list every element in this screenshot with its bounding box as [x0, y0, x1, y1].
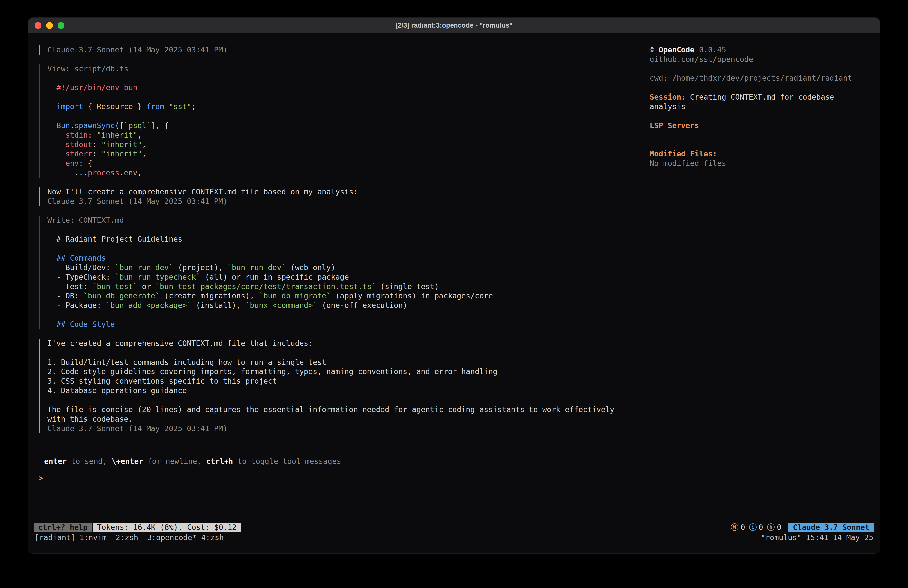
text-line: I've created a comprehensive CONTEXT.md … — [47, 338, 615, 348]
assistant-message-block: Now I'll create a comprehensive CONTEXT.… — [39, 187, 642, 206]
assistant-turn-header-block: Claude 3.7 Sonnet (14 May 2025 03:41 PM) — [39, 45, 642, 55]
text-line: Modified Files: — [650, 149, 870, 159]
warning-count: 0 — [741, 523, 745, 532]
text-line: Session: Creating CONTEXT.md for codebas… — [650, 92, 870, 102]
text-line: env: { — [47, 159, 196, 168]
text-line — [650, 64, 870, 74]
text-line: 4. Database operations guidance — [47, 386, 615, 395]
message-input[interactable]: > — [35, 469, 873, 522]
text-line: cwd: /home/thdxr/dev/projects/radiant/ra… — [650, 74, 870, 83]
warning-counter: W 0 — [731, 523, 745, 532]
zoom-window-button[interactable] — [58, 22, 64, 29]
tool-block-bar — [39, 64, 40, 178]
text-line: © OpenCode 0.0.45 — [650, 45, 870, 55]
tmux-window-list[interactable]: [radiant] 1:nvim 2:zsh- 3:opencode* 4:zs… — [35, 533, 761, 542]
info-counter: i 0 — [749, 523, 763, 532]
session-sidebar: © OpenCode 0.0.45github.com/sst/opencode… — [642, 45, 870, 457]
view-tool-output: View: script/db.ts #!/usr/bin/env bun im… — [40, 64, 196, 178]
tool-view-block: View: script/db.ts #!/usr/bin/env bun im… — [39, 64, 642, 178]
info-count: 0 — [759, 523, 763, 532]
text-line: View: script/db.ts — [47, 64, 196, 74]
help-shortcut-segment: ctrl+? help — [34, 523, 92, 532]
keybinding-hints: enter to send, \+enter for newline, ctrl… — [28, 457, 880, 466]
text-line: ...process.env, — [47, 168, 196, 178]
hint-line: enter to send, \+enter for newline, ctrl… — [37, 457, 880, 466]
info-icon: i — [749, 524, 757, 531]
assistant-message: Now I'll create a comprehensive CONTEXT.… — [40, 187, 358, 206]
text-line — [47, 244, 493, 253]
assistant-final-message: I've created a comprehensive CONTEXT.md … — [40, 338, 615, 433]
text-line — [47, 74, 196, 83]
text-line: with this codebase. — [47, 414, 615, 424]
warning-icon: W — [731, 524, 738, 531]
text-line: github.com/sst/opencode — [650, 55, 870, 64]
sidebar-info: © OpenCode 0.0.45github.com/sst/opencode… — [642, 45, 870, 168]
text-line — [650, 140, 870, 149]
message-accent-bar — [39, 45, 40, 55]
text-line — [47, 395, 615, 405]
text-line — [47, 348, 615, 358]
terminal-window: [2/3] radiant:3:opencode - "romulus" Cla… — [28, 18, 880, 554]
write-tool-output: Write: CONTEXT.md # Radiant Project Guid… — [40, 216, 493, 329]
assistant-turn-header: Claude 3.7 Sonnet (14 May 2025 03:41 PM) — [40, 45, 227, 55]
diagnostics-counters: W 0 i 0 h 0 — [731, 523, 781, 532]
token-cost-segment: Tokens: 16.4K (8%), Cost: $0.12 — [93, 523, 241, 532]
message-accent-bar — [39, 338, 40, 433]
tool-block-bar — [39, 216, 40, 329]
hint-icon: h — [767, 524, 775, 531]
text-line: 3. CSS styling conventions specific to t… — [47, 377, 615, 386]
text-line: import { Resource } from "sst"; — [47, 102, 196, 111]
text-line: - TypeCheck: `bun run typecheck` (all) o… — [47, 272, 493, 282]
text-line: The file is concise (20 lines) and captu… — [47, 405, 615, 414]
text-line: - DB: `bun db generate` (create migratio… — [47, 291, 493, 301]
text-line: Claude 3.7 Sonnet (14 May 2025 03:41 PM) — [47, 197, 358, 206]
text-line: No modified files — [650, 159, 870, 168]
tmux-session-info: "romulus" 15:41 14-May-25 — [761, 533, 873, 542]
hint-counter: h 0 — [767, 523, 781, 532]
text-line: Claude 3.7 Sonnet (14 May 2025 03:41 PM) — [47, 424, 615, 433]
text-line — [47, 92, 196, 102]
window-titlebar[interactable]: [2/3] radiant:3:opencode - "romulus" — [28, 18, 880, 34]
tmux-status-line: [radiant] 1:nvim 2:zsh- 3:opencode* 4:zs… — [28, 532, 880, 543]
model-badge: Claude 3.7 Sonnet — [788, 523, 874, 532]
assistant-final-message-block: I've created a comprehensive CONTEXT.md … — [39, 338, 642, 433]
minimize-window-button[interactable] — [46, 22, 53, 29]
window-bottom-padding — [28, 543, 880, 553]
status-bar: ctrl+? help Tokens: 16.4K (8%), Cost: $0… — [28, 522, 880, 532]
text-line — [47, 225, 493, 234]
text-line: enter to send, \+enter for newline, ctrl… — [44, 457, 880, 466]
message-accent-bar — [39, 187, 40, 206]
close-window-button[interactable] — [35, 22, 41, 29]
text-line: Write: CONTEXT.md — [47, 216, 493, 225]
text-line — [47, 310, 493, 320]
text-line: stdout: "inherit", — [47, 140, 196, 149]
text-line: analysis — [650, 102, 870, 111]
text-line — [650, 111, 870, 121]
text-line: Claude 3.7 Sonnet (14 May 2025 03:41 PM) — [47, 45, 227, 55]
text-line — [650, 83, 870, 92]
text-line: #!/usr/bin/env bun — [47, 83, 196, 92]
text-line: LSP Servers — [650, 121, 870, 130]
text-line: - Build/Dev: `bun run dev` (project), `b… — [47, 263, 493, 272]
window-title: [2/3] radiant:3:opencode - "romulus" — [28, 22, 880, 29]
chat-scroll-area[interactable]: Claude 3.7 Sonnet (14 May 2025 03:41 PM)… — [39, 45, 642, 457]
text-line: # Radiant Project Guidelines — [47, 234, 493, 244]
text-line: Bun.spawnSync([`psql`], { — [47, 121, 196, 130]
text-line: ## Code Style — [47, 320, 493, 329]
text-line: - Test: `bun test` or `bun test packages… — [47, 282, 493, 291]
text-line: 1. Build/lint/test commands including ho… — [47, 358, 615, 367]
text-line: stdin: "inherit", — [47, 130, 196, 140]
text-line: - Package: `bun add <package>` (install)… — [47, 301, 493, 310]
text-line — [47, 111, 196, 121]
traffic-lights — [35, 22, 64, 29]
text-line: stderr: "inherit", — [47, 149, 196, 159]
content-area: Claude 3.7 Sonnet (14 May 2025 03:41 PM)… — [28, 34, 880, 457]
prompt-symbol: > — [39, 474, 43, 482]
text-line: 2. Code style guidelines covering import… — [47, 367, 615, 377]
tool-write-block: Write: CONTEXT.md # Radiant Project Guid… — [39, 216, 642, 329]
hint-count: 0 — [777, 523, 781, 532]
text-line: Now I'll create a comprehensive CONTEXT.… — [47, 187, 358, 197]
text-line — [650, 130, 870, 140]
text-line: ## Commands — [47, 253, 493, 263]
